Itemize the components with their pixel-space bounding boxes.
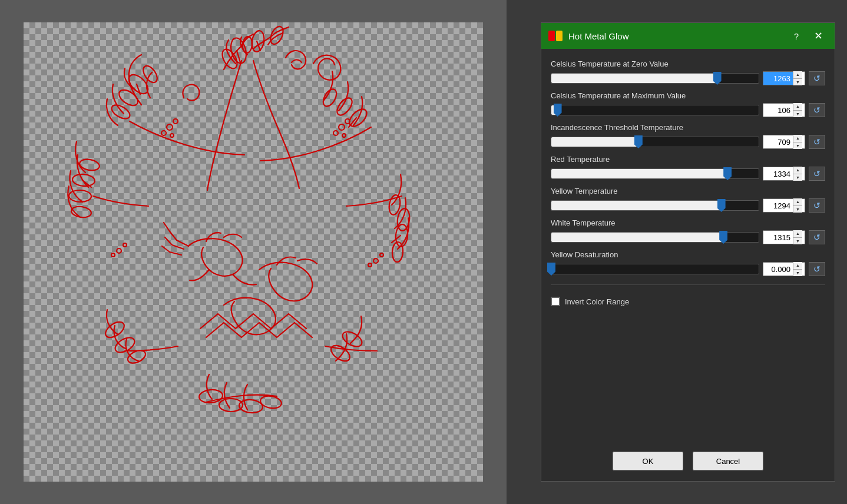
spin-down-white-temp[interactable]: ▼ (793, 238, 802, 245)
value-wrap-white-temp: ▲ ▼ (763, 230, 805, 244)
reset-yellow-temp[interactable]: ↺ (809, 198, 825, 213)
spin-up-celsius-zero[interactable]: ▲ (793, 71, 802, 79)
spin-down-celsius-zero[interactable]: ▼ (793, 79, 802, 86)
slider-incandescence[interactable] (551, 137, 759, 147)
svg-point-38 (123, 243, 127, 247)
param-red-temp: Red Temperature ▲ ▼ ↺ (551, 155, 825, 181)
spin-up-white-temp[interactable]: ▲ (793, 230, 802, 238)
value-wrap-celsius-zero: ▲ ▼ (763, 71, 805, 85)
svg-point-21 (340, 329, 364, 349)
spin-incandescence: ▲ ▼ (793, 135, 802, 149)
param-celsius-zero: Celsius Temperature at Zero Value ▲ ▼ ↺ (551, 59, 825, 85)
value-input-yellow-desat[interactable] (763, 263, 793, 276)
svg-point-30 (173, 119, 178, 124)
param-celsius-zero-label: Celsius Temperature at Zero Value (551, 59, 825, 68)
dialog-body: Celsius Temperature at Zero Value ▲ ▼ ↺ … (541, 49, 835, 443)
spin-yellow-temp: ▲ ▼ (793, 198, 802, 213)
param-celsius-zero-row: ▲ ▼ ↺ (551, 71, 825, 85)
spin-down-celsius-max[interactable]: ▼ (793, 111, 802, 118)
spin-celsius-max: ▲ ▼ (793, 103, 802, 117)
svg-point-32 (170, 134, 174, 137)
slider-celsius-zero[interactable] (551, 73, 759, 84)
spin-white-temp: ▲ ▼ (793, 230, 802, 244)
value-input-yellow-temp[interactable] (763, 199, 793, 212)
reset-yellow-desat[interactable]: ↺ (809, 262, 825, 276)
icon-yellow (556, 31, 563, 41)
cancel-button[interactable]: Cancel (693, 452, 763, 470)
dialog-title: Hot Metal Glow (568, 31, 783, 41)
svg-point-37 (117, 248, 121, 253)
spin-yellow-desat: ▲ ▼ (793, 262, 802, 276)
artwork-svg (24, 22, 483, 482)
slider-white-temp[interactable] (551, 232, 759, 243)
svg-point-27 (334, 95, 355, 118)
value-input-white-temp[interactable] (763, 231, 793, 244)
spin-down-yellow-temp[interactable]: ▼ (793, 206, 802, 213)
svg-point-28 (320, 87, 339, 109)
spin-up-yellow-desat[interactable]: ▲ (793, 262, 802, 270)
svg-point-42 (368, 263, 372, 267)
spin-up-red-temp[interactable]: ▲ (793, 167, 802, 174)
reset-white-temp[interactable]: ↺ (809, 230, 825, 244)
checkbox-invert[interactable] (551, 297, 560, 306)
canvas-area (0, 0, 507, 504)
param-celsius-max: Celsius Temperature at Maximum Value ▲ ▼… (551, 91, 825, 117)
spin-celsius-zero: ▲ ▼ (793, 71, 802, 85)
reset-celsius-zero[interactable]: ↺ (809, 71, 825, 85)
value-input-celsius-zero[interactable] (763, 72, 793, 85)
svg-point-36 (342, 134, 346, 137)
dialog-help-button[interactable]: ? (789, 29, 803, 44)
param-red-temp-label: Red Temperature (551, 155, 825, 164)
slider-celsius-max[interactable] (551, 105, 759, 115)
param-white-temp: White Temperature ▲ ▼ ↺ (551, 218, 825, 244)
svg-point-40 (373, 258, 378, 263)
param-yellow-desat-row: ▲ ▼ ↺ (551, 262, 825, 276)
param-yellow-temp: Yellow Temperature ▲ ▼ ↺ (551, 187, 825, 213)
spin-down-yellow-desat[interactable]: ▼ (793, 270, 802, 277)
svg-point-1 (250, 30, 266, 53)
spin-down-incandescence[interactable]: ▼ (793, 142, 802, 150)
reset-red-temp[interactable]: ↺ (809, 167, 825, 181)
value-wrap-celsius-max: ▲ ▼ (763, 103, 805, 117)
svg-point-31 (161, 131, 166, 135)
icon-red (548, 31, 555, 41)
svg-point-33 (339, 124, 345, 130)
dialog-icon (548, 31, 563, 41)
param-white-temp-label: White Temperature (551, 218, 825, 227)
spin-up-yellow-temp[interactable]: ▲ (793, 198, 802, 206)
dialog-panel: Hot Metal Glow ? ✕ Celsius Temperature a… (541, 22, 835, 482)
dialog-footer: OK Cancel (541, 443, 835, 481)
param-celsius-max-row: ▲ ▼ ↺ (551, 103, 825, 117)
value-wrap-yellow-desat: ▲ ▼ (763, 262, 805, 276)
dialog-header: Hot Metal Glow ? ✕ (541, 23, 835, 49)
slider-yellow-desat[interactable] (551, 264, 759, 274)
param-red-temp-row: ▲ ▼ ↺ (551, 167, 825, 181)
param-incandescence: Incandescence Threshold Temperature ▲ ▼ … (551, 123, 825, 149)
value-input-red-temp[interactable] (763, 167, 793, 180)
value-input-incandescence[interactable] (763, 135, 793, 148)
param-yellow-temp-row: ▲ ▼ ↺ (551, 198, 825, 213)
canvas-checkerboard (24, 22, 483, 482)
svg-point-0 (229, 37, 249, 65)
spin-up-celsius-max[interactable]: ▲ (793, 103, 802, 111)
param-yellow-desat-label: Yellow Desaturation (551, 250, 825, 259)
svg-point-9 (72, 173, 95, 187)
svg-point-39 (111, 253, 115, 257)
svg-point-35 (333, 131, 338, 135)
spin-down-red-temp[interactable]: ▼ (793, 174, 802, 181)
param-yellow-desat: Yellow Desaturation ▲ ▼ ↺ (551, 250, 825, 276)
ok-button[interactable]: OK (613, 452, 683, 470)
svg-point-20 (329, 342, 353, 364)
param-celsius-max-label: Celsius Temperature at Maximum Value (551, 91, 825, 100)
spin-up-incandescence[interactable]: ▲ (793, 135, 802, 142)
dialog-close-button[interactable]: ✕ (809, 27, 828, 45)
reset-incandescence[interactable]: ↺ (809, 135, 825, 149)
slider-red-temp[interactable] (551, 168, 759, 179)
reset-celsius-max[interactable]: ↺ (809, 103, 825, 117)
slider-yellow-temp[interactable] (551, 200, 759, 211)
checkbox-invert-label: Invert Color Range (565, 297, 629, 306)
checkbox-row-invert: Invert Color Range (551, 297, 825, 306)
value-wrap-yellow-temp: ▲ ▼ (763, 198, 805, 213)
value-input-celsius-max[interactable] (763, 104, 793, 117)
spin-red-temp: ▲ ▼ (793, 167, 802, 181)
